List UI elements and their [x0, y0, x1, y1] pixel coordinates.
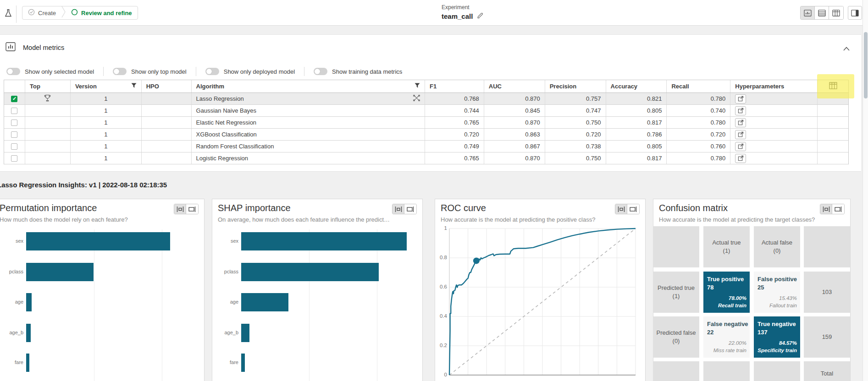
toggle-switch[interactable] — [6, 68, 20, 75]
expand-view-button[interactable] — [404, 204, 416, 214]
expand-view-button[interactable] — [186, 204, 198, 214]
list-view-button[interactable] — [815, 6, 829, 19]
algorithm-cell: Lasso Regression — [192, 93, 425, 104]
picker-cell — [818, 117, 848, 128]
panel-title: Permutation importance — [0, 203, 97, 213]
version-cell: 1 — [71, 152, 142, 164]
algorithm-cell: XGBoost Classification — [192, 129, 425, 140]
panel-subtitle: How much does the model rely on each fea… — [0, 216, 172, 223]
checkbox[interactable] — [11, 143, 17, 150]
checkbox[interactable] — [11, 108, 17, 114]
chart-view-button[interactable] — [801, 6, 815, 19]
row-checkbox[interactable] — [4, 117, 25, 128]
version-cell: 1 — [71, 141, 142, 152]
checkbox[interactable]: ✓ — [11, 96, 17, 102]
roc-plot — [449, 229, 636, 375]
top-model-cell — [25, 93, 71, 104]
column-header-algorithm[interactable]: Algorithm — [192, 80, 425, 93]
open-hyperparameters-button[interactable] — [735, 94, 746, 103]
table-row[interactable]: 1Elastic Net Regression0.7650.8700.7500.… — [4, 117, 848, 129]
edit-pencil-icon[interactable] — [476, 12, 484, 21]
row-checkbox[interactable] — [4, 129, 25, 140]
precision-cell: 0.720 — [545, 129, 606, 140]
column-header-version[interactable]: Version — [71, 80, 142, 93]
hyperparameters-cell — [730, 117, 818, 128]
importance-bar-pclass[interactable] — [241, 263, 379, 281]
expand-view-button[interactable] — [627, 204, 639, 214]
importance-bar-fare[interactable] — [26, 354, 29, 372]
compact-view-button[interactable] — [174, 204, 186, 214]
toggle-switch[interactable] — [113, 68, 127, 75]
checkbox[interactable] — [11, 120, 17, 126]
scrollbar-thumb[interactable] — [864, 32, 868, 98]
table-row[interactable]: 1Gaussian Naive Bayes0.7440.8450.7470.80… — [4, 105, 848, 117]
side-panel-button[interactable] — [848, 6, 862, 20]
table-row[interactable]: 1XGBoost Classification0.7200.8630.7200.… — [4, 129, 848, 141]
app-logo[interactable] — [0, 5, 17, 23]
page-scrollbar[interactable] — [862, 0, 868, 381]
f1-cell: 0.765 — [425, 152, 484, 164]
importance-bar-sex[interactable] — [241, 232, 407, 250]
predicted-row-header: Predicted true(1) — [653, 272, 699, 313]
importance-bar-pclass[interactable] — [26, 263, 94, 281]
row-checkbox[interactable]: ✓ — [4, 93, 25, 104]
matrix-cell-true-negative: True negative13784.57%Specificity train — [754, 316, 800, 358]
section-title: Model metrics — [23, 44, 64, 51]
checkbox[interactable] — [11, 131, 17, 138]
importance-bar-sex[interactable] — [26, 232, 170, 250]
importance-bar-age_b[interactable] — [26, 324, 31, 342]
precision-cell: 0.750 — [545, 117, 606, 128]
hpo-cell — [142, 141, 192, 152]
importance-bar-age[interactable] — [241, 293, 288, 311]
compact-view-button[interactable] — [820, 204, 832, 214]
row-total-cell: 159 — [804, 316, 850, 358]
compact-view-button[interactable] — [393, 204, 404, 214]
open-hyperparameters-button[interactable] — [735, 118, 746, 127]
toggle-switch[interactable] — [314, 68, 327, 75]
table-row[interactable]: ✓1Lasso Regression0.7680.8700.7570.8210.… — [4, 93, 848, 105]
compact-view-button[interactable] — [615, 204, 627, 214]
column-label: AUC — [489, 83, 502, 90]
open-hyperparameters-button[interactable] — [735, 130, 746, 139]
threshold-marker-dot — [473, 257, 480, 264]
recall-cell: 0.780 — [667, 93, 730, 104]
table-row[interactable]: 1Random Forest Classification0.7490.8670… — [4, 141, 848, 152]
row-checkbox[interactable] — [4, 141, 25, 152]
step-review-and-refine[interactable]: Review and refine — [71, 9, 132, 17]
roc-ytick-label: 0 — [436, 372, 447, 377]
open-hyperparameters-button[interactable] — [735, 154, 746, 163]
f1-cell: 0.765 — [425, 117, 484, 128]
accuracy-cell: 0.805 — [606, 105, 667, 116]
step-create[interactable]: Create — [28, 9, 56, 17]
atom-x-icon — [413, 95, 420, 103]
importance-bar-age_b[interactable] — [241, 324, 249, 342]
column-total-cell — [754, 361, 800, 381]
importance-bar-age[interactable] — [26, 293, 32, 311]
experiment-name: team_call — [442, 12, 473, 20]
checkbox[interactable] — [11, 155, 17, 162]
f1-cell: 0.749 — [425, 141, 484, 152]
row-checkbox[interactable] — [4, 152, 25, 164]
open-hyperparameters-button[interactable] — [735, 142, 746, 151]
table-row[interactable]: 1Logistic Regression0.7650.8700.7500.817… — [4, 152, 848, 164]
column-picker-header[interactable] — [818, 80, 848, 93]
roc-ytick-label: 0.6 — [436, 284, 447, 289]
filter-funnel-icon[interactable] — [415, 83, 420, 90]
filter-funnel-icon[interactable] — [131, 83, 137, 90]
bar-category-label: sex — [213, 238, 238, 244]
matrix-cell-true-positive: True positive7878.00%Recall train — [703, 272, 750, 313]
insights-header: Lasso Regression Insights: v1 | 2022-08-… — [0, 181, 167, 189]
collapse-section-button[interactable] — [842, 44, 851, 53]
algorithm-cell: Logistic Regression — [192, 152, 425, 164]
toggle-label: Show only top model — [131, 68, 187, 75]
model-metrics-icon — [6, 42, 16, 53]
column-picker-icon[interactable] — [829, 82, 837, 91]
toggle-switch[interactable] — [205, 68, 219, 75]
row-checkbox[interactable] — [4, 105, 25, 116]
hpo-cell — [142, 152, 192, 164]
expand-view-button[interactable] — [832, 204, 844, 214]
open-hyperparameters-button[interactable] — [735, 106, 746, 115]
filter-toggles: Show only selected modelShow only top mo… — [6, 66, 402, 77]
importance-bar-fare[interactable] — [241, 354, 245, 372]
grid-view-button[interactable] — [829, 6, 843, 19]
